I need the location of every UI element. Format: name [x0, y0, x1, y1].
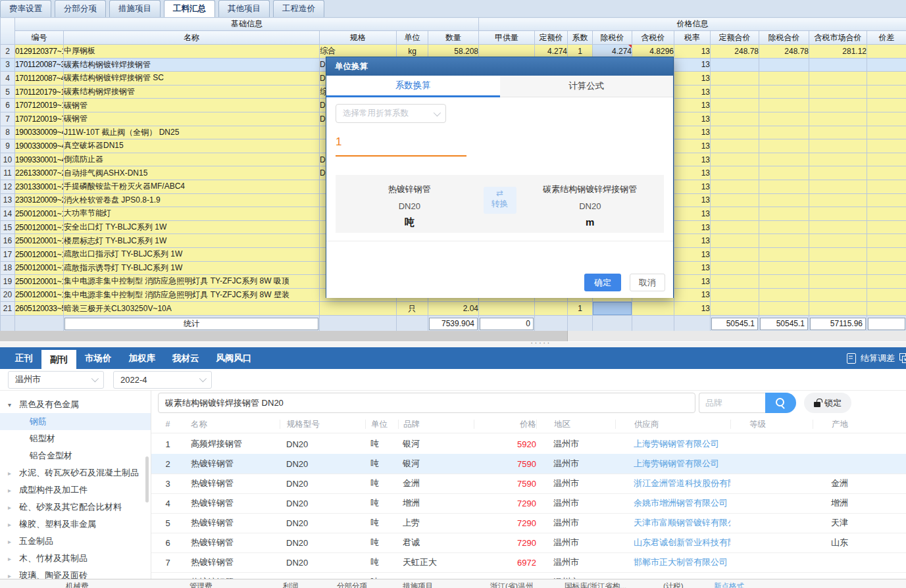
cell-code[interactable]: 2500120001~1	[15, 261, 64, 275]
cell-inc_total[interactable]	[809, 112, 867, 126]
cell-code[interactable]: 2301330001~2	[15, 180, 64, 193]
cell-tax[interactable]: 13	[674, 288, 711, 302]
cell-ex_total[interactable]	[759, 275, 809, 289]
tree-collapsed-icon[interactable]: ▸	[8, 555, 16, 562]
cell-code[interactable]: 1909330001~4	[15, 153, 64, 166]
cell-de_total[interactable]	[711, 99, 759, 112]
cell-diff[interactable]	[867, 207, 906, 221]
cell-ex_total[interactable]: 248.78	[759, 45, 809, 59]
cell-inc_total[interactable]	[809, 234, 867, 248]
cell-de_total[interactable]	[711, 288, 759, 302]
top-tab-工程造价[interactable]: 工程造价	[273, 0, 324, 17]
cell-diff[interactable]	[867, 99, 906, 112]
cell-num[interactable]: 3	[1, 58, 15, 72]
price-cell-supplier[interactable]: 天津市富顺钢管镀锌有限公司	[615, 517, 730, 529]
cell-diff[interactable]	[867, 45, 906, 59]
cell-code[interactable]: 1707120019~13	[15, 99, 64, 112]
cell-inc_total[interactable]	[809, 275, 867, 289]
brand-input[interactable]	[699, 393, 768, 413]
cell-de_total[interactable]: 248.78	[711, 45, 759, 59]
cell-code[interactable]: 0129120377~1	[15, 45, 64, 59]
cell-inc_total[interactable]	[809, 302, 867, 316]
cell-num[interactable]: 19	[1, 275, 15, 289]
cell-ex_price[interactable]	[593, 302, 632, 316]
cell-num[interactable]: 21	[1, 302, 15, 316]
cell-tax[interactable]: 13	[674, 166, 711, 180]
copy-price-icon[interactable]	[899, 353, 906, 363]
cell-tax[interactable]: 13	[674, 234, 711, 248]
cell-code[interactable]: 2500120001~1	[15, 234, 64, 248]
common-factor-select[interactable]: 选择常用折算系数	[336, 104, 446, 123]
price-row[interactable]: 6热镀锌钢管DN20吨君诚7290温州市山东君诚创新管业科技有限...山东	[151, 533, 906, 553]
cell-inc_total[interactable]	[809, 58, 867, 72]
cell-diff[interactable]	[867, 220, 906, 234]
tree-collapsed-icon[interactable]: ▸	[8, 504, 16, 511]
cell-name[interactable]: 疏散出口指示灯 TY-BLJC系列 1W	[64, 247, 320, 261]
cell-name[interactable]: 碳素结构钢镀锌焊接钢管	[64, 58, 320, 72]
cell-coef[interactable]: 1	[568, 45, 593, 59]
cell-code[interactable]: 1701120179~1	[15, 85, 64, 99]
cell-code[interactable]: 2500120001~1	[15, 247, 64, 261]
tree-parent-橡胶、塑料及非金属[interactable]: ▸橡胶、塑料及非金属	[0, 516, 151, 533]
cell-tax[interactable]: 13	[674, 247, 711, 261]
cell-code[interactable]: 2605120033~5	[15, 302, 64, 316]
tree-parent-成型构件及加工件[interactable]: ▸成型构件及加工件	[0, 481, 151, 499]
cell-tax[interactable]: 13	[674, 72, 711, 86]
cell-diff[interactable]	[867, 234, 906, 248]
cell-ex_price[interactable]: 4.274	[593, 45, 632, 59]
market-tab-风阀风口[interactable]: 风阀风口	[208, 347, 261, 369]
market-tab-加权库[interactable]: 加权库	[120, 347, 164, 369]
cell-ex_total[interactable]	[759, 112, 809, 126]
period-select[interactable]: 2022-4	[113, 371, 212, 389]
top-tab-费率设置[interactable]: 费率设置	[0, 0, 51, 17]
top-tab-其他项目[interactable]: 其他项目	[218, 0, 270, 17]
cell-inc_total[interactable]	[809, 166, 867, 180]
cell-num[interactable]: 13	[1, 193, 15, 207]
cell-tax[interactable]: 13	[674, 85, 711, 99]
cell-spec[interactable]	[320, 302, 397, 316]
top-tab-分部分项[interactable]: 分部分项	[55, 0, 106, 17]
market-tab-正刊[interactable]: 正刊	[7, 347, 41, 369]
cell-num[interactable]: 6	[1, 99, 15, 112]
cell-supplied[interactable]	[479, 302, 535, 316]
cell-coef[interactable]: 1	[568, 302, 593, 316]
cell-de_total[interactable]	[711, 153, 759, 166]
cell-ex_total[interactable]	[759, 153, 809, 166]
cell-code[interactable]: 1900330009~4	[15, 139, 64, 153]
cell-code[interactable]: 1701120087~4	[15, 72, 64, 86]
cell-ex_total[interactable]	[759, 139, 809, 153]
tree-collapsed-icon[interactable]: ▸	[8, 538, 16, 545]
cell-inc_price[interactable]	[632, 302, 674, 316]
cell-inc_total[interactable]	[809, 85, 867, 99]
cell-inc_total[interactable]	[809, 207, 867, 221]
cell-code[interactable]: 2500120001~1	[15, 275, 64, 289]
cell-code[interactable]: 1707120019~7	[15, 112, 64, 126]
cell-name[interactable]: 暗装三极开关CL303250V~10A	[64, 302, 320, 316]
cell-diff[interactable]	[867, 112, 906, 126]
cell-ex_total[interactable]	[759, 99, 809, 112]
cell-diff[interactable]	[867, 85, 906, 99]
cell-ex_total[interactable]	[759, 166, 809, 180]
tree-child-铝合金型材[interactable]: 铝合金型材	[0, 447, 151, 464]
cell-name[interactable]: 集中电源非集中控制型 消防应急照明灯具 TY-ZFJC系列 8W 壁装	[64, 288, 320, 302]
cell-name[interactable]: 集中电源非集中控制型 消防应急照明灯具 TY-ZFJC系列 8W 吸顶	[64, 275, 320, 289]
cell-inc_total[interactable]: 281.12	[809, 45, 867, 59]
cell-num[interactable]: 2	[1, 45, 15, 59]
cell-inc_total[interactable]	[809, 139, 867, 153]
dialog-title-bar[interactable]: 单位换算	[326, 57, 673, 76]
cell-tax[interactable]: 13	[674, 99, 711, 112]
cell-num[interactable]: 16	[1, 234, 15, 248]
cell-qty[interactable]: 2.04	[428, 302, 479, 316]
cell-diff[interactable]	[867, 180, 906, 193]
cell-num[interactable]: 5	[1, 85, 15, 99]
cell-diff[interactable]	[867, 58, 906, 72]
cell-de_total[interactable]	[711, 247, 759, 261]
cell-code[interactable]: 2500120001~1	[15, 220, 64, 234]
sidebar-scrollbar[interactable]	[145, 456, 149, 502]
cell-diff[interactable]	[867, 288, 906, 302]
cell-inc_total[interactable]	[809, 99, 867, 112]
cell-inc_total[interactable]	[809, 288, 867, 302]
cell-de_total[interactable]	[711, 180, 759, 193]
market-tab-市场价[interactable]: 市场价	[76, 347, 120, 369]
tree-parent-五金制品[interactable]: ▸五金制品	[0, 533, 151, 550]
